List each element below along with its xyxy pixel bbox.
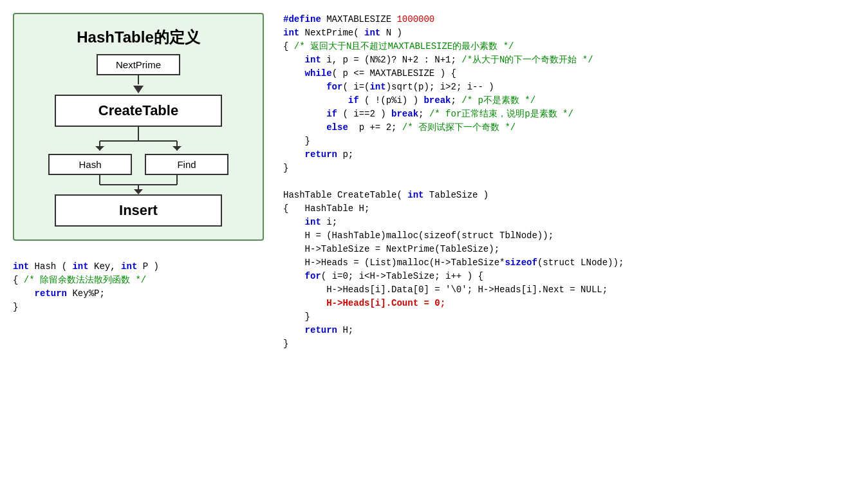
converge-svg (68, 175, 209, 194)
insert-node: Insert (55, 194, 222, 227)
left-panel: HashTable的定义 NextPrime CreateTable (13, 13, 264, 491)
hash-code-pre: int Hash ( int Key, int P ) { /* 除留余数法法散… (13, 260, 264, 314)
svg-marker-4 (95, 146, 104, 151)
find-node: Find (145, 154, 228, 175)
hash-code-block: int Hash ( int Key, int P ) { /* 除留余数法法散… (13, 260, 264, 314)
svg-marker-5 (172, 146, 181, 151)
svg-marker-10 (134, 189, 143, 194)
main-code-pre: #define MAXTABLESIZE 1000000 int NextPri… (283, 13, 843, 351)
createtable-node: CreateTable (55, 95, 222, 127)
hash-node: Hash (48, 154, 132, 175)
arrow-stem (138, 127, 139, 135)
diagram-box: HashTable的定义 NextPrime CreateTable (13, 13, 264, 241)
split-arrow-area (27, 127, 250, 154)
fork-svg (68, 135, 209, 154)
right-panel: #define MAXTABLESIZE 1000000 int NextPri… (283, 13, 843, 491)
converge-arrow-area (27, 175, 250, 194)
diagram-title: HashTable的定义 (77, 27, 200, 48)
nextprime-node: NextPrime (97, 54, 180, 75)
hash-find-row: Hash Find (48, 154, 228, 175)
arrow-1 (133, 75, 144, 95)
